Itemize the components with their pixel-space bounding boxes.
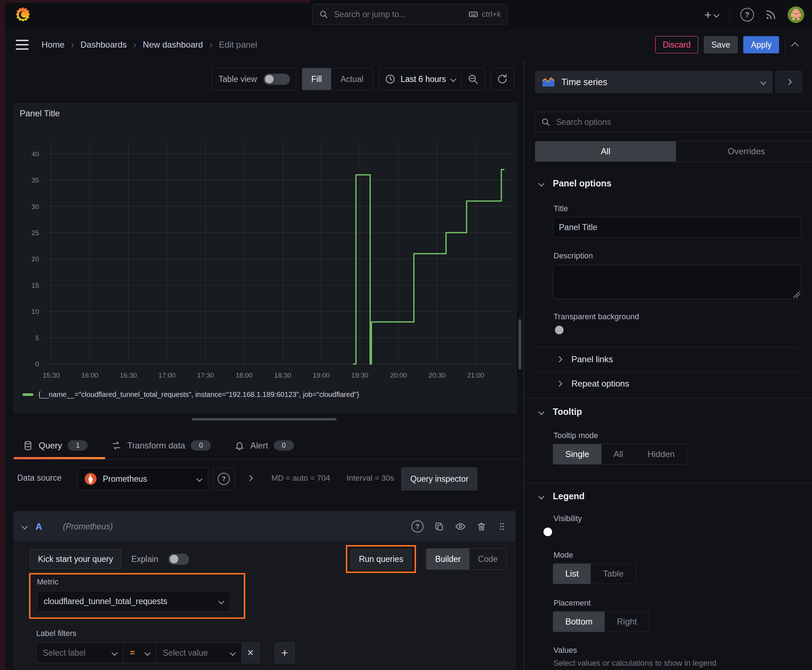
fill-option[interactable]: Fill [302, 68, 331, 90]
builder-option[interactable]: Builder [426, 549, 470, 569]
tooltip-single-option[interactable]: Single [553, 444, 602, 464]
breadcrumb-edit-panel: Edit panel [219, 40, 258, 50]
tooltip-hidden-option[interactable]: Hidden [635, 444, 687, 464]
breadcrumb-dashboards[interactable]: Dashboards [81, 40, 127, 50]
copy-icon[interactable] [434, 521, 444, 531]
description-textarea[interactable] [553, 265, 801, 299]
tooltip-mode-label: Tooltip mode [554, 431, 598, 440]
visibility-label: Visibility [554, 514, 582, 523]
tooltip-all-option[interactable]: All [602, 444, 636, 464]
query-row-header[interactable]: A (Prometheus) ? [14, 511, 515, 541]
legend-swatch[interactable] [22, 393, 33, 396]
toggle-viz-picker-button[interactable] [775, 71, 802, 93]
data-source-picker[interactable]: Prometheus [77, 467, 209, 490]
zoom-out-icon [467, 73, 479, 85]
apply-button[interactable]: Apply [743, 36, 779, 53]
svg-text:15: 15 [32, 282, 39, 289]
remove-filter-button[interactable]: ✕ [242, 643, 259, 663]
actual-option[interactable]: Actual [331, 68, 373, 90]
svg-text:18:00: 18:00 [236, 372, 253, 379]
panel-actions: Discard Save Apply [655, 29, 801, 60]
svg-text:20:00: 20:00 [390, 372, 407, 379]
global-search[interactable]: ctrl+k [312, 4, 508, 25]
svg-text:25: 25 [32, 229, 39, 237]
operator-dropdown[interactable]: = [124, 643, 156, 663]
prometheus-icon [84, 472, 97, 485]
global-search-input[interactable] [333, 9, 463, 20]
eye-icon[interactable] [455, 521, 466, 532]
tab-all-options[interactable]: All [535, 141, 676, 161]
horizontal-scrollbar[interactable] [192, 418, 337, 421]
explain-toggle[interactable] [168, 554, 189, 565]
chevron-down-icon [450, 76, 456, 82]
options-search[interactable] [535, 112, 812, 132]
help-button[interactable]: ? [741, 8, 754, 22]
query-inspector-button[interactable]: Query inspector [401, 467, 477, 490]
mode-table-option[interactable]: Table [591, 564, 636, 584]
time-series-chart[interactable]: 051015202530354015:3016:0016:3017:0017:3… [15, 135, 515, 391]
discard-button[interactable]: Discard [655, 36, 698, 53]
tab-alert[interactable]: Alert 0 [234, 440, 293, 451]
table-view-toggle[interactable] [263, 74, 290, 85]
data-source-label: Data source [17, 473, 61, 483]
metric-select[interactable]: cloudflared_tunnel_total_requests [37, 591, 230, 612]
breadcrumb-new-dashboard[interactable]: New dashboard [143, 40, 203, 50]
kick-start-button[interactable]: Kick start your query [30, 549, 121, 569]
svg-text:19:00: 19:00 [313, 372, 330, 379]
panel-title[interactable]: Panel Title [20, 108, 60, 118]
zoom-out-button[interactable] [461, 68, 485, 90]
menu-icon[interactable] [16, 40, 29, 50]
data-source-value: Prometheus [103, 474, 192, 484]
legend-series-label[interactable]: {__name__="cloudflared_tunnel_total_requ… [38, 391, 359, 399]
mode-list-option[interactable]: List [553, 564, 591, 584]
top-navbar: ctrl+k + ? [0, 0, 812, 30]
trash-icon[interactable] [476, 521, 487, 531]
chevron-right-icon[interactable] [247, 475, 253, 481]
tab-overrides[interactable]: Overrides [676, 141, 812, 161]
add-new-button[interactable]: + [704, 8, 719, 21]
placement-bottom-option[interactable]: Bottom [553, 612, 605, 632]
svg-text:35: 35 [32, 176, 39, 184]
tab-transform-data[interactable]: Transform data 0 [111, 440, 211, 451]
options-sidebar: Time series All Overrides Panel options … [524, 60, 812, 670]
data-source-help-button[interactable]: ? [213, 467, 235, 490]
database-icon [23, 441, 33, 451]
query-count-badge: 1 [68, 440, 88, 451]
run-queries-button[interactable]: Run queries [351, 549, 411, 569]
panel-title-input[interactable] [553, 217, 801, 238]
visualization-picker[interactable]: Time series [535, 71, 773, 93]
query-row-actions: ? [411, 520, 507, 533]
user-avatar[interactable] [788, 7, 804, 23]
refresh-group [490, 68, 514, 90]
select-label-dropdown[interactable]: Select label [36, 643, 124, 663]
grafana-logo-icon[interactable] [14, 7, 32, 24]
table-view-label: Table view [212, 74, 263, 84]
section-repeat-options[interactable]: Repeat options [557, 379, 629, 389]
section-panel-options[interactable]: Panel options [539, 178, 612, 189]
description-field-label: Description [554, 251, 593, 261]
time-range-picker[interactable]: Last 6 hours [379, 68, 461, 90]
placement-right-option[interactable]: Right [605, 612, 649, 632]
vertical-scrollbar[interactable] [519, 319, 521, 369]
divider [535, 372, 801, 372]
collapse-query-icon[interactable] [22, 524, 28, 530]
resize-handle-icon[interactable] [793, 291, 800, 298]
save-button[interactable]: Save [704, 36, 737, 53]
divider [729, 8, 730, 22]
drag-handle-icon[interactable] [497, 522, 507, 531]
timeseries-icon [542, 77, 555, 87]
section-tooltip[interactable]: Tooltip [539, 406, 582, 417]
section-legend[interactable]: Legend [539, 491, 585, 501]
code-option[interactable]: Code [470, 549, 506, 569]
tab-query[interactable]: Query 1 [23, 440, 88, 451]
add-filter-button[interactable]: + [275, 643, 295, 663]
options-search-input[interactable] [555, 117, 811, 127]
select-value-dropdown[interactable]: Select value [156, 643, 242, 663]
section-panel-links[interactable]: Panel links [557, 354, 613, 364]
collapse-header-icon[interactable] [791, 42, 799, 49]
query-help-button[interactable]: ? [411, 520, 424, 533]
refresh-button[interactable] [491, 68, 514, 90]
news-rss-icon[interactable] [765, 8, 777, 21]
transparent-bg-label: Transparent background [554, 312, 639, 321]
breadcrumb-home[interactable]: Home [42, 40, 64, 50]
